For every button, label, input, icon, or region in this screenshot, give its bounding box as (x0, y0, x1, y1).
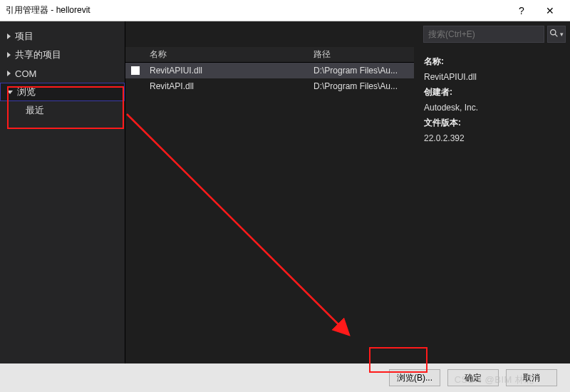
detail-name-value: RevitAPIUI.dll (424, 70, 560, 86)
sidebar-item-shared-project[interactable]: 共享的项目 (0, 46, 125, 64)
top-row: ▾ (125, 21, 570, 47)
reference-list: 名称 路径 RevitAPIUI.dll D:\Program Files\Au… (125, 47, 414, 363)
search-icon (549, 29, 559, 40)
watermark: CSDN @BIM 林北 (455, 373, 534, 386)
sidebar-item-project[interactable]: 项目 (0, 27, 125, 46)
search-input[interactable] (423, 26, 544, 43)
list-area: 名称 路径 RevitAPIUI.dll D:\Program Files\Au… (125, 47, 570, 363)
row-name: RevitAPIUI.dll (145, 66, 309, 76)
detail-creator-value: Autodesk, Inc. (424, 100, 560, 116)
row-path: D:\Program Files\Au... (309, 66, 414, 76)
sidebar: 项目 共享的项目 COM 浏览 最近 (0, 21, 125, 363)
table-row[interactable]: RevitAPI.dll D:\Program Files\Au... (125, 78, 414, 94)
svg-point-0 (551, 30, 556, 35)
detail-filever-value: 22.0.2.392 (424, 131, 560, 147)
dropdown-caret-icon: ▾ (560, 31, 564, 38)
sidebar-item-com[interactable]: COM (0, 64, 125, 83)
detail-creator-key: 创建者: (424, 87, 452, 97)
row-checkbox[interactable] (125, 66, 145, 75)
table-row[interactable]: RevitAPIUI.dll D:\Program Files\Au... (125, 63, 414, 78)
row-path: D:\Program Files\Au... (309, 81, 414, 91)
sidebar-item-label: 最近 (26, 104, 44, 117)
detail-name-key: 名称: (424, 56, 444, 66)
chevron-down-icon (7, 91, 13, 94)
chevron-right-icon (7, 52, 11, 58)
window-title: 引用管理器 - hellorevit (6, 4, 90, 16)
help-button[interactable]: ? (507, 5, 536, 16)
sidebar-item-label: 项目 (15, 30, 33, 43)
detail-panel: 名称: RevitAPIUI.dll 创建者: Autodesk, Inc. 文… (414, 47, 570, 363)
sidebar-item-recent[interactable]: 最近 (0, 101, 125, 120)
main-panel: ▾ 名称 路径 RevitAPIUI.dll D:\Program Files\… (125, 21, 570, 363)
dialog-body: 项目 共享的项目 COM 浏览 最近 ▾ (0, 21, 570, 363)
search-button[interactable]: ▾ (547, 26, 566, 43)
sidebar-item-label: 浏览 (17, 86, 36, 98)
sidebar-item-label: 共享的项目 (15, 48, 61, 61)
close-button[interactable]: ✕ (536, 5, 564, 16)
checkbox-icon (131, 66, 140, 75)
titlebar: 引用管理器 - hellorevit ? ✕ (0, 0, 570, 21)
detail-filever-key: 文件版本: (424, 118, 461, 128)
chevron-right-icon (7, 33, 11, 39)
list-header: 名称 路径 (125, 47, 414, 63)
sidebar-item-browse[interactable]: 浏览 (0, 83, 125, 101)
column-name[interactable]: 名称 (145, 48, 309, 61)
browse-button[interactable]: 浏览(B)... (389, 369, 440, 386)
column-path[interactable]: 路径 (309, 48, 414, 61)
chevron-right-icon (7, 71, 11, 76)
sidebar-item-label: COM (15, 68, 36, 79)
svg-line-1 (555, 34, 557, 36)
row-name: RevitAPI.dll (145, 81, 309, 91)
